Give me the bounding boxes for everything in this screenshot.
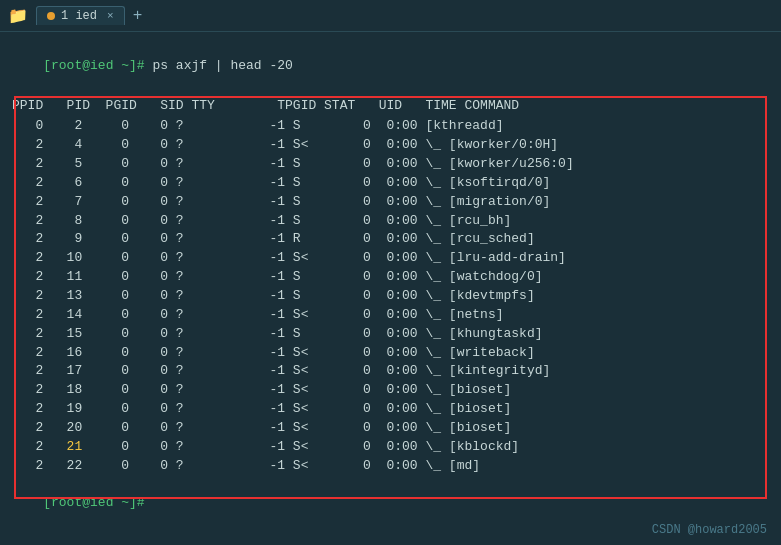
table-header: PPID PID PGID SID TTY TPGID STAT UID TIM… — [12, 97, 769, 116]
tab-close-button[interactable]: × — [107, 10, 114, 22]
terminal-tab[interactable]: 1 ied × — [36, 6, 125, 25]
watermark: CSDN @howard2005 — [652, 523, 767, 537]
tab-dot — [47, 12, 55, 20]
table-row: 2 9 0 0 ? -1 R 0 0:00 \_ [rcu_sched] — [12, 230, 769, 249]
table-row: 2 10 0 0 ? -1 S< 0 0:00 \_ [lru-add-drai… — [12, 249, 769, 268]
table-row: 2 20 0 0 ? -1 S< 0 0:00 \_ [bioset] — [12, 419, 769, 438]
add-tab-button[interactable]: + — [133, 7, 143, 25]
table-row: 2 18 0 0 ? -1 S< 0 0:00 \_ [bioset] — [12, 381, 769, 400]
command-text: ps axjf | head -20 — [152, 58, 292, 73]
table-row: 2 14 0 0 ? -1 S< 0 0:00 \_ [netns] — [12, 306, 769, 325]
command-line: [root@ied ~]# ps axjf | head -20 — [12, 38, 769, 95]
table-row: 2 5 0 0 ? -1 S 0 0:00 \_ [kworker/u256:0… — [12, 155, 769, 174]
table-row: 2 13 0 0 ? -1 S 0 0:00 \_ [kdevtmpfs] — [12, 287, 769, 306]
table-row: 2 17 0 0 ? -1 S< 0 0:00 \_ [kintegrityd] — [12, 362, 769, 381]
prompt2: [root@ied ~]# — [43, 495, 152, 510]
table-row: 2 15 0 0 ? -1 S 0 0:00 \_ [khungtaskd] — [12, 325, 769, 344]
table-row: 2 19 0 0 ? -1 S< 0 0:00 \_ [bioset] — [12, 400, 769, 419]
table-row: 2 22 0 0 ? -1 S< 0 0:00 \_ [md] — [12, 457, 769, 476]
table-row: 2 8 0 0 ? -1 S 0 0:00 \_ [rcu_bh] — [12, 212, 769, 231]
table-row: 0 2 0 0 ? -1 S 0 0:00 [kthreadd] — [12, 117, 769, 136]
prompt1: [root@ied ~]# — [43, 58, 152, 73]
terminal-body: [root@ied ~]# ps axjf | head -20 PPID PI… — [0, 32, 781, 545]
table-row: 2 7 0 0 ? -1 S 0 0:00 \_ [migration/0] — [12, 193, 769, 212]
table-row: 2 6 0 0 ? -1 S 0 0:00 \_ [ksoftirqd/0] — [12, 174, 769, 193]
process-rows: 0 2 0 0 ? -1 S 0 0:00 [kthreadd] 2 4 0 0… — [12, 117, 769, 475]
table-row: 2 4 0 0 ? -1 S< 0 0:00 \_ [kworker/0:0H] — [12, 136, 769, 155]
folder-icon: 📁 — [8, 6, 28, 26]
table-row: 2 11 0 0 ? -1 S 0 0:00 \_ [watchdog/0] — [12, 268, 769, 287]
table-row: 2 16 0 0 ? -1 S< 0 0:00 \_ [writeback] — [12, 344, 769, 363]
tab-label: 1 ied — [61, 9, 97, 23]
table-row: 2 21 0 0 ? -1 S< 0 0:00 \_ [kblockd] — [12, 438, 769, 457]
titlebar: 📁 1 ied × + — [0, 0, 781, 32]
